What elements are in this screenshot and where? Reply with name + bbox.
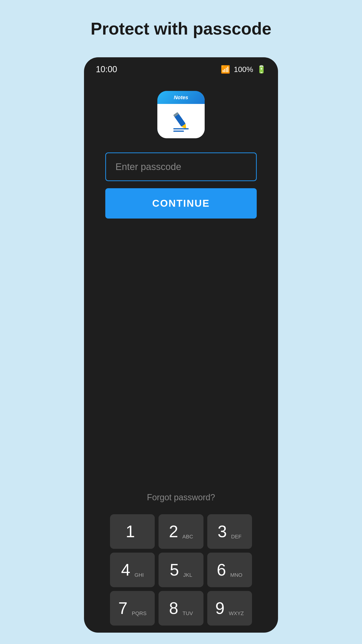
page-title: Protect with passcode: [91, 19, 271, 38]
key-1[interactable]: 1: [110, 514, 155, 549]
battery-icon: 🔋: [257, 65, 266, 74]
key-9[interactable]: 9 WXYZ: [207, 591, 252, 626]
status-bar: 10:00 📶 100% 🔋: [84, 57, 278, 77]
key-7[interactable]: 7 PQRS: [110, 591, 155, 626]
key-8[interactable]: 8 TUV: [159, 591, 203, 626]
status-time: 10:00: [96, 64, 117, 74]
keypad: 1 2 ABC 3 DEF 4 GHI: [105, 514, 257, 633]
continue-button[interactable]: CONTINUE: [105, 188, 257, 218]
content-area: Notes: [84, 77, 278, 633]
wifi-icon: 📶: [221, 65, 230, 74]
key-6[interactable]: 6 MNO: [207, 552, 252, 587]
forgot-password-link[interactable]: Forgot password?: [147, 492, 215, 502]
passcode-input-wrapper: [105, 152, 257, 181]
pencil-icon: [169, 110, 193, 133]
key-4[interactable]: 4 GHI: [110, 552, 155, 587]
app-icon-top: Notes: [157, 91, 205, 104]
app-icon-bottom: [157, 104, 205, 138]
phone-frame: 10:00 📶 100% 🔋 Notes: [84, 57, 278, 633]
status-right: 📶 100% 🔋: [221, 65, 266, 74]
battery-percent: 100%: [234, 65, 253, 74]
passcode-input[interactable]: [105, 152, 257, 181]
key-5[interactable]: 5 JKL: [159, 552, 203, 587]
key-3[interactable]: 3 DEF: [207, 514, 252, 549]
key-2[interactable]: 2 ABC: [159, 514, 203, 549]
app-icon-label: Notes: [174, 94, 188, 100]
app-icon: Notes: [157, 91, 205, 138]
